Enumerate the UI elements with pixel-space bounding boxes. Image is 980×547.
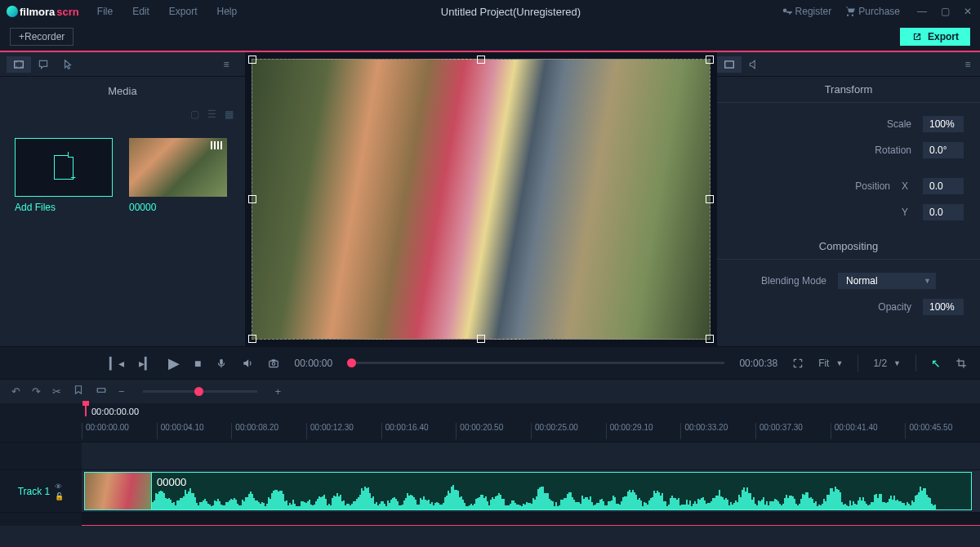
register-link[interactable]: Register (777, 6, 837, 17)
resize-handle-mr[interactable] (706, 195, 714, 203)
undo-button[interactable]: ↶ (11, 385, 20, 398)
logo-text-1: filmora (20, 6, 55, 18)
opacity-label: Opacity (878, 301, 911, 313)
clip-film-icon (211, 141, 224, 149)
track-visibility-icon[interactable]: 👁 (55, 483, 64, 491)
fit-label: Fit (818, 358, 829, 369)
tab-media-icon[interactable] (7, 56, 31, 73)
cut-button[interactable]: ✂ (52, 385, 61, 398)
tab-cursor-icon[interactable] (56, 56, 80, 73)
cart-icon (844, 6, 856, 17)
snapshot-button[interactable] (268, 358, 279, 369)
blend-label: Blending Mode (761, 275, 826, 287)
compositing-section-title: Compositing (717, 233, 980, 260)
timeline-bottom-row (0, 513, 980, 526)
track-1-header: Track 1 👁 🔓 (0, 470, 82, 512)
export-button-label: Export (928, 31, 959, 42)
stop-button[interactable]: ■ (194, 357, 201, 370)
view-list-icon[interactable]: ☰ (207, 109, 216, 120)
crop-button[interactable] (956, 358, 967, 369)
prev-frame-button[interactable]: ▎◂ (109, 357, 124, 370)
svg-rect-0 (15, 60, 24, 67)
scrubber-handle[interactable] (347, 358, 356, 367)
resize-handle-tr[interactable] (706, 56, 714, 64)
compositing-section: Blending Mode Normal▼ Opacity 100% (717, 260, 980, 328)
track-1-content[interactable]: 00000 (82, 470, 980, 512)
resize-handle-br[interactable] (706, 335, 714, 343)
spacer-content[interactable] (82, 442, 980, 469)
clip-label: 00000 (157, 476, 186, 488)
scale-label: Scale (887, 118, 911, 130)
media-panel-title: Media (0, 77, 245, 105)
fit-select[interactable]: Fit▼ (818, 358, 843, 369)
rotation-input[interactable]: 0.0° (923, 142, 964, 158)
timeline-ruler[interactable]: 00:00:00.00 00:00:00.0000:00:04.1000:00:… (82, 403, 980, 442)
zoom-in-button[interactable]: + (275, 385, 282, 398)
menu-file[interactable]: File (89, 2, 121, 20)
add-files-button[interactable]: + Add Files (15, 138, 113, 213)
pos-x-label: X (902, 180, 911, 192)
chevron-down-icon: ▼ (835, 359, 843, 367)
menu-help[interactable]: Help (209, 2, 246, 20)
zoom-slider[interactable] (143, 390, 257, 393)
media-clip-item[interactable]: 00000 (129, 138, 227, 213)
view-grid-icon[interactable]: ▦ (225, 109, 234, 120)
ruler-tick: 00:00:25.00 (531, 423, 606, 439)
pos-y-input[interactable]: 0.0 (923, 204, 964, 220)
volume-button[interactable] (242, 358, 253, 369)
ripple-button[interactable] (96, 385, 107, 398)
tab-annotations-icon[interactable] (31, 56, 56, 73)
scale-label-pb: 1/2 (873, 358, 887, 369)
track-lock-icon[interactable]: 🔓 (55, 492, 64, 500)
ruler-tick: 00:00:00.00 (82, 423, 157, 439)
zoom-handle[interactable] (194, 387, 203, 396)
resize-handle-ml[interactable] (248, 195, 256, 203)
resize-handle-tl[interactable] (248, 56, 256, 64)
view-folder-icon[interactable]: ▢ (190, 109, 199, 120)
preview-frame[interactable] (252, 59, 710, 340)
register-label: Register (795, 6, 832, 17)
media-panel: ≡ Media ▢ ☰ ▦ + Add Files 00000 (0, 52, 245, 346)
media-panel-tabs: ≡ (0, 52, 245, 77)
blend-mode-select[interactable]: Normal▼ (838, 273, 936, 289)
play-button[interactable]: ▶ (168, 354, 180, 372)
minimize-button[interactable]: — (916, 6, 928, 17)
ruler-tick: 00:00:33.20 (680, 423, 755, 439)
export-button[interactable]: Export (900, 28, 970, 46)
scale-input[interactable]: 100% (923, 116, 964, 132)
scale-select[interactable]: 1/2▼ (873, 358, 901, 369)
timeline-clip[interactable]: 00000 (84, 472, 972, 510)
mic-record-button[interactable] (216, 358, 227, 369)
resize-handle-bm[interactable] (477, 335, 485, 343)
zoom-out-button[interactable]: − (118, 385, 125, 398)
resize-handle-bl[interactable] (248, 335, 256, 343)
close-button[interactable]: ✕ (962, 6, 973, 17)
svg-rect-7 (270, 361, 278, 367)
opacity-input[interactable]: 100% (923, 299, 964, 315)
redo-button[interactable]: ↷ (32, 385, 41, 398)
properties-tabs: ≡ (717, 52, 980, 77)
transform-section-title: Transform (717, 77, 980, 103)
marker-button[interactable] (73, 385, 84, 398)
props-menu-icon[interactable]: ≡ (956, 56, 980, 73)
playhead[interactable] (85, 403, 87, 416)
pos-x-input[interactable]: 0.0 (923, 178, 964, 194)
fullscreen-button[interactable] (792, 358, 804, 369)
resize-handle-tm[interactable] (477, 56, 485, 64)
tab-audio-props-icon[interactable] (742, 56, 766, 73)
playback-scrubber[interactable] (347, 362, 724, 364)
arrow-tl-button[interactable]: ↖ (931, 357, 941, 370)
menu-edit[interactable]: Edit (124, 2, 158, 20)
timeline-bottom-track[interactable] (82, 513, 980, 526)
menu-export[interactable]: Export (161, 2, 206, 20)
panel-menu-icon[interactable]: ≡ (214, 56, 238, 73)
purchase-link[interactable]: Purchase (840, 6, 905, 17)
next-frame-button[interactable]: ▸▎ (139, 357, 154, 370)
clip-thumbnail (85, 473, 152, 509)
window-controls: — ▢ ✕ (916, 6, 973, 17)
file-plus-icon: + (54, 155, 74, 180)
tab-video-props-icon[interactable] (717, 56, 742, 73)
properties-panel: ≡ Transform Scale 100% Rotation 0.0° Pos… (717, 52, 980, 346)
recorder-button[interactable]: +Recorder (10, 28, 74, 46)
maximize-button[interactable]: ▢ (939, 6, 951, 17)
